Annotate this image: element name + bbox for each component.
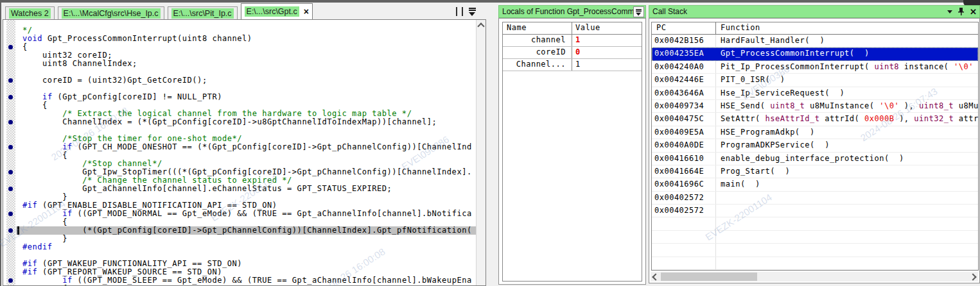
breakpoint-icon[interactable]: [8, 278, 13, 283]
function-cell: SetAttr( hseAttrId_t attrId( 0x000B ), u…: [716, 113, 978, 125]
locals-name-cell: Channel...: [503, 59, 572, 71]
code-segment: uint8 ChannelIndex;: [22, 59, 137, 68]
code-segment: ChannelIndex = (*(Gpt_pConfig[coreID]->u…: [22, 117, 437, 126]
locals-row[interactable]: Channel...1: [503, 59, 642, 71]
scroll-left-icon[interactable]: [652, 273, 659, 280]
call-stack-panel-header: Call Stack ✕: [649, 5, 980, 18]
function-cell: HSE_ProgramAdkp( ): [716, 126, 978, 139]
pc-cell: 0x0042446E: [652, 74, 716, 86]
close-icon[interactable]: ✕: [970, 8, 977, 16]
code-line[interactable]: if (Gpt_pConfig[coreID] != NULL_PTR): [22, 93, 222, 101]
pin-icon[interactable]: [958, 8, 964, 16]
breakpoint-icon[interactable]: [8, 170, 13, 174]
code-segment: Gpt_ProcessCommonInterrupt( ): [721, 49, 870, 58]
tab-close-icon[interactable]: ×: [304, 8, 309, 15]
function-column-header[interactable]: Function: [716, 22, 978, 34]
breakpoint-icon[interactable]: [8, 187, 13, 191]
code-line[interactable]: (*(Gpt_pConfig[coreID]->Gpt_pChannelConf…: [16, 226, 477, 235]
code-segment: Gpt_ProcessCommonInterrupt(uint8 channel…: [42, 34, 252, 43]
tab[interactable]: E:\...\src\Pit_Ip.c: [168, 6, 238, 19]
tabbar-controls: [456, 7, 478, 16]
locals-row[interactable]: coreID0: [503, 47, 642, 59]
breakpoint-icon[interactable]: [8, 78, 13, 83]
function-cell: [716, 244, 978, 256]
scroll-up-icon[interactable]: [477, 22, 484, 29]
code-segment: if: [42, 92, 53, 101]
code-segment: */: [22, 26, 33, 35]
tab-bar: Watches 2E:\...\McalCfg\src\Hse_Ip.cE:\.…: [1, 3, 487, 19]
code-segment: /*Stop channel*/: [22, 159, 162, 168]
editor-vertical-scrollbar[interactable]: [476, 20, 486, 285]
pc-cell: [652, 270, 716, 271]
call-stack-row[interactable]: 0x004235EAGpt_ProcessCommonInterrupt( ): [652, 47, 978, 60]
code-segment: {: [22, 217, 67, 226]
code-segment: coreID = (uint32)Gpt_GetCoreID();: [22, 76, 207, 85]
code-line[interactable]: #endif: [22, 243, 53, 251]
code-line[interactable]: coreID = (uint32)Gpt_GetCoreID();: [22, 76, 207, 85]
breakpoint-icon[interactable]: [8, 228, 13, 233]
call-stack-row[interactable]: 0x0041696Cmain( ): [652, 178, 978, 191]
code-editor[interactable]: */void Gpt_ProcessCommonInterrupt(uint8 …: [3, 19, 486, 286]
pc-cell: 0x0040A0DE: [652, 139, 716, 151]
code-segment: if: [62, 276, 73, 285]
panel-menu-icon: [635, 8, 643, 15]
code-segment: [22, 209, 62, 218]
code-segment: Gpt_Ipw_StopTimer(((*(Gpt_pConfig[coreID…: [22, 167, 472, 176]
call-stack-row[interactable]: 0x00402572: [652, 205, 978, 217]
tab-label: E:\...\McalCfg\src\Hse_Ip.c: [62, 8, 161, 19]
code-segment: [22, 142, 62, 151]
call-stack-row[interactable]: 0x00409E5AHSE_ProgramAdkp( ): [652, 126, 978, 139]
code-segment: Pit_Ip_ProcessCommonInterrupt(: [721, 62, 874, 71]
locals-panel-body: Name Value channel1coreID0Channel...1: [498, 18, 646, 285]
breakpoint-icon[interactable]: [8, 45, 13, 49]
call-stack-row[interactable]: 0x0040A0DEProgramADKPService( ): [652, 139, 978, 152]
code-segment: (GPT_WAKEUP_FUNCTIONALITY_API == STD_ON): [37, 259, 242, 268]
pc-column-header[interactable]: PC: [652, 22, 716, 34]
locals-name-column-header[interactable]: Name: [503, 22, 572, 34]
code-line[interactable]: uint8 ChannelIndex;: [22, 60, 137, 68]
pc-cell: 0x004240A0: [652, 61, 716, 73]
call-stack-panel-title: Call Stack: [652, 7, 687, 16]
call-stack-row[interactable]: 0x0041664EProg_Start( ): [652, 165, 978, 178]
pc-cell: 0x00409E5A: [652, 126, 716, 139]
breakpoint-icon[interactable]: [8, 145, 13, 149]
tab[interactable]: E:\...\McalCfg\src\Hse_Ip.c: [58, 6, 164, 19]
locals-menu-button[interactable]: [633, 6, 644, 17]
call-stack-row[interactable]: 0x00402572: [652, 192, 978, 205]
call-stack-row[interactable]: 0x0040475CSetAttr( hseAttrId_t attrId( 0…: [652, 113, 978, 126]
code-segment: uint32_t: [914, 114, 954, 123]
pc-cell: 0x004235EA: [652, 47, 716, 60]
call-stack-horizontal-scrollbar[interactable]: [651, 272, 978, 282]
locals-value-column-header[interactable]: Value: [572, 22, 642, 34]
call-stack-row[interactable]: 0x004240A0Pit_Ip_ProcessCommonInterrupt(…: [652, 61, 978, 74]
code-line[interactable]: if (GPT_CH_MODE_ONESHOT == (*(Gpt_pConfi…: [22, 143, 472, 151]
code-segment: attr: [954, 114, 978, 123]
code-segment: u8MuInstance(: [805, 101, 879, 110]
code-line[interactable]: void Gpt_ProcessCommonInterrupt(uint8 ch…: [22, 35, 252, 43]
scroll-right-icon[interactable]: [969, 273, 976, 280]
call-stack-row[interactable]: 0x00409734HSE_Send( uint8_t u8MuInstance…: [652, 100, 978, 113]
call-stack-empty-row: [652, 231, 978, 244]
call-stack-row[interactable]: 0x0043646AHse_Ip_ServiceRequest( ): [652, 87, 978, 100]
code-line[interactable]: ChannelIndex = (*(Gpt_pConfig[coreID]->u…: [22, 118, 437, 126]
breakpoint-icon[interactable]: [8, 212, 13, 216]
pc-cell: 0x0042B156: [652, 35, 716, 47]
dropdown-icon[interactable]: [947, 10, 952, 16]
code-segment: ),: [899, 101, 919, 110]
tab-list-menu-icon[interactable]: [468, 7, 478, 16]
tab[interactable]: Watches 2: [5, 6, 55, 19]
code-text-area[interactable]: */void Gpt_ProcessCommonInterrupt(uint8 …: [3, 20, 477, 285]
code-line[interactable]: if ((GPT_MODE_SLEEP == Gpt_eMode) && (TR…: [22, 276, 472, 285]
code-line[interactable]: Gpt_aChannelInfo[channel].eChannelStatus…: [22, 185, 392, 193]
breakpoint-icon[interactable]: [8, 95, 13, 99]
code-line[interactable]: if ((GPT_MODE_NORMAL == Gpt_eMode) && (T…: [22, 210, 472, 218]
tab-active-file[interactable]: E:\...\src\Gpt.c×: [241, 3, 313, 19]
function-cell: [716, 257, 978, 269]
breakpoint-icon[interactable]: [8, 120, 13, 124]
scrollbar-thumb[interactable]: [661, 273, 757, 281]
locals-row[interactable]: channel1: [503, 35, 642, 47]
call-stack-row[interactable]: 0x0042B156HardFault_Handler( ): [652, 35, 978, 47]
call-stack-row[interactable]: 0x00416610enable_debug_interface_protect…: [652, 153, 978, 165]
call-stack-row[interactable]: 0x0042446EPIT_0_ISR( ): [652, 74, 978, 87]
pc-cell: 0x00402572: [652, 205, 716, 217]
